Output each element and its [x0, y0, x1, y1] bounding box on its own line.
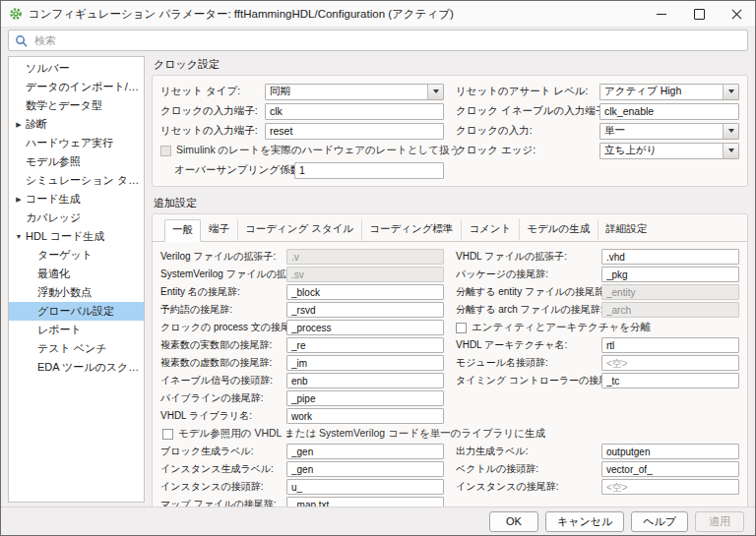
chevron-down-icon[interactable]: [723, 124, 738, 139]
configuration-parameters-window: コンフィギュレーション パラメーター: fftHammingHDL/Config…: [0, 0, 756, 536]
sidebar-item-floating-point[interactable]: 浮動小数点: [9, 283, 144, 302]
close-button[interactable]: [718, 1, 755, 27]
chevron-down-icon[interactable]: [427, 85, 443, 99]
sidebar-item-data-import-export[interactable]: データのインポート/エクス...: [9, 78, 144, 96]
complex-real-suffix-field[interactable]: [286, 337, 444, 353]
instance-gen-label-field[interactable]: [286, 461, 444, 477]
sidebar-item-math-data-types[interactable]: 数学とデータ型: [9, 96, 144, 115]
verilog-ext-label: Verilog ファイルの拡張子:: [160, 250, 286, 264]
sidebar-item-coverage[interactable]: カバレッジ: [9, 208, 144, 227]
timing-controller-suffix-label: タイミング コントローラーの接尾辞:: [456, 374, 601, 387]
vhdl-ext-field[interactable]: [601, 249, 739, 265]
tab-model-generation[interactable]: モデルの生成: [519, 218, 598, 241]
search-box[interactable]: [8, 30, 748, 51]
sidebar-item-optimization[interactable]: 最適化: [9, 265, 144, 283]
clock-edge-label: クロック エッジ:: [456, 144, 599, 157]
reserved-word-suffix-field[interactable]: [286, 302, 444, 318]
sidebar-item-test-bench[interactable]: テスト ベンチ: [9, 339, 144, 358]
minimize-button[interactable]: [643, 1, 680, 27]
tree-expanded-icon[interactable]: ▼: [14, 233, 24, 240]
clock-input-port-label: クロックの入力端子:: [160, 104, 265, 118]
gear-icon: [9, 7, 23, 21]
output-gen-label-label: 出力生成ラベル:: [456, 445, 601, 458]
sidebar-tree: ソルバー データのインポート/エクス... 数学とデータ型 ▶診断 ハードウェア…: [8, 56, 145, 503]
vector-prefix-label: ベクトルの接頭辞:: [456, 462, 601, 476]
oversampling-field[interactable]: [294, 162, 444, 179]
vhdl-library-field[interactable]: [286, 408, 444, 424]
sidebar-item-eda-tool-scripts[interactable]: EDA ツールのスクリプト: [9, 358, 144, 377]
vector-prefix-field[interactable]: [601, 461, 739, 477]
output-gen-label-field[interactable]: [601, 444, 739, 459]
verilog-ext-field: [286, 249, 444, 265]
pipeline-suffix-field[interactable]: [286, 390, 444, 406]
chevron-down-icon[interactable]: [723, 85, 738, 99]
tab-advanced-settings[interactable]: 詳細設定: [598, 218, 655, 241]
module-name-prefix-field[interactable]: [601, 355, 739, 371]
split-arch-suffix-field: [601, 302, 739, 318]
tab-coding-style[interactable]: コーディング スタイル: [237, 218, 361, 241]
help-button[interactable]: ヘルプ: [631, 511, 688, 532]
instance-suffix-label: インスタンスの接尾辞:: [456, 480, 601, 494]
clock-input-port-field[interactable]: [265, 103, 444, 120]
minimize-icon: [657, 14, 666, 15]
timing-controller-suffix-field[interactable]: [601, 373, 739, 388]
clock-inputs-label: クロックの入力:: [456, 124, 599, 138]
sidebar-item-hardware-implementation[interactable]: ハードウェア実行: [9, 134, 144, 152]
single-library-checkbox[interactable]: [162, 429, 173, 440]
vhdl-arch-name-field[interactable]: [601, 337, 739, 353]
split-arch-suffix-label: 分離する arch ファイルの接尾辞:: [456, 303, 601, 317]
sidebar-item-target[interactable]: ターゲット: [9, 246, 144, 265]
vhdl-library-label: VHDL ライブラリ名:: [160, 409, 286, 423]
tab-general[interactable]: 一般: [164, 219, 201, 242]
pipeline-suffix-label: パイプラインの接尾辞:: [160, 391, 286, 405]
systemverilog-ext-label: SystemVerilog ファイルの拡張子:: [160, 268, 286, 281]
reset-assert-level-label: リセットのアサート レベル:: [456, 85, 599, 98]
tree-collapsed-icon[interactable]: ▶: [14, 121, 24, 129]
package-suffix-field[interactable]: [601, 267, 739, 282]
maximize-button[interactable]: [680, 1, 718, 27]
maximize-icon: [694, 9, 705, 20]
close-icon: [731, 9, 742, 20]
entity-suffix-field[interactable]: [286, 284, 444, 300]
enable-prefix-field[interactable]: [286, 373, 444, 388]
process-suffix-field[interactable]: [286, 320, 444, 335]
additional-settings-title: 追加設定: [154, 196, 748, 210]
sidebar-item-diagnostics[interactable]: ▶診断: [9, 115, 144, 134]
complex-imag-suffix-field[interactable]: [286, 355, 444, 371]
tab-coding-standards[interactable]: コーディング標準: [361, 218, 461, 241]
simulink-rate-checkbox-label: Simulink のレートを実際のハードウェアのレートとして扱う: [176, 144, 460, 157]
instance-suffix-field[interactable]: [601, 479, 739, 495]
chevron-down-icon[interactable]: [723, 144, 738, 158]
sidebar-item-model-referencing[interactable]: モデル参照: [9, 152, 144, 171]
clock-edge-select[interactable]: 立ち上がり: [599, 143, 739, 159]
sidebar-item-report[interactable]: レポート: [9, 321, 144, 339]
tree-collapsed-icon[interactable]: ▶: [14, 196, 24, 204]
ok-button[interactable]: OK: [489, 511, 538, 532]
additional-settings-group: 一般 端子 コーディング スタイル コーディング標準 コメント モデルの生成 詳…: [152, 213, 748, 520]
split-entity-arch-checkbox[interactable]: [456, 323, 467, 333]
sidebar-item-code-generation[interactable]: ▶コード生成: [9, 190, 144, 208]
reserved-word-suffix-label: 予約語の接尾辞:: [160, 303, 286, 317]
sidebar-item-simulation-target[interactable]: シミュレーション ターゲット: [9, 171, 144, 190]
sidebar-item-global-settings[interactable]: グローバル設定: [9, 302, 144, 321]
search-input[interactable]: [32, 33, 741, 47]
apply-button: 適用: [695, 511, 744, 532]
cancel-button[interactable]: キャンセル: [545, 511, 624, 532]
clock-enable-port-field[interactable]: [599, 103, 739, 120]
reset-input-port-field[interactable]: [265, 123, 444, 140]
reset-assert-level-select[interactable]: アクティブ High: [599, 84, 739, 100]
sidebar-item-solver[interactable]: ソルバー: [9, 59, 144, 78]
instance-prefix-field[interactable]: [286, 479, 444, 495]
block-gen-label-field[interactable]: [286, 444, 444, 459]
clock-inputs-select[interactable]: 単一: [599, 123, 739, 140]
entity-suffix-label: Entity 名の接尾辞:: [160, 285, 286, 299]
reset-type-select[interactable]: 同期: [265, 84, 444, 100]
tab-ports[interactable]: 端子: [201, 218, 237, 241]
split-entity-suffix-field: [601, 284, 739, 300]
simulink-rate-checkbox[interactable]: [160, 146, 171, 156]
sidebar-item-hdl-code-generation[interactable]: ▼HDL コード生成: [9, 227, 144, 246]
tab-comments[interactable]: コメント: [461, 218, 519, 241]
instance-prefix-label: インスタンスの接頭辞:: [160, 480, 286, 494]
package-suffix-label: パッケージの接尾辞:: [456, 268, 601, 281]
split-entity-suffix-label: 分離する entity ファイルの接尾辞:: [456, 285, 601, 299]
